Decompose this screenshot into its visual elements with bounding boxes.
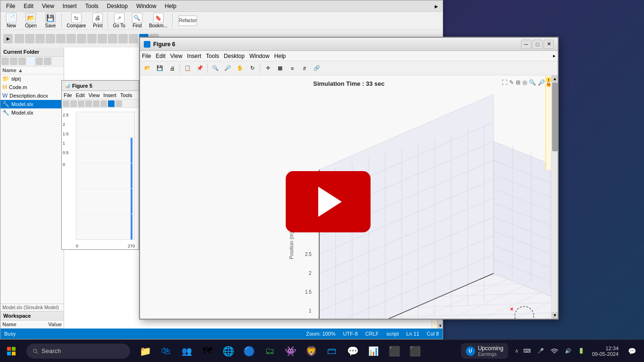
f5-tb5[interactable] bbox=[93, 100, 99, 107]
menu-file[interactable]: File bbox=[2, 2, 19, 10]
f5-menu-insert[interactable]: Insert bbox=[103, 92, 116, 98]
new-button[interactable]: 📄 New bbox=[3, 12, 19, 29]
plot-icon1[interactable]: ⛶ bbox=[502, 79, 507, 86]
taskbar-search-bar[interactable]: Search bbox=[26, 344, 130, 359]
file-item-slprj[interactable]: 📁 slprj bbox=[0, 74, 64, 83]
scroll-down-btn[interactable]: ▼ bbox=[438, 323, 443, 329]
expand-icon[interactable]: ▸ bbox=[432, 1, 441, 11]
run7-btn[interactable] bbox=[66, 34, 76, 43]
taskbar-explorer2[interactable]: 🗃 bbox=[322, 342, 341, 361]
file-item-model-slx[interactable]: 🔧 Model.slx bbox=[0, 100, 64, 108]
taskbar-red-app[interactable]: ⬛ bbox=[405, 342, 424, 361]
f6-tb-colorbar[interactable]: ▦ bbox=[274, 63, 286, 74]
menu-tools[interactable]: Tools bbox=[82, 2, 102, 10]
folder-view-btn[interactable] bbox=[35, 58, 43, 65]
start-button[interactable] bbox=[0, 340, 23, 362]
tray-keyboard[interactable]: ⌨ bbox=[521, 347, 533, 355]
f5-menu-file[interactable]: File bbox=[64, 92, 72, 98]
f6-tb-zoomin[interactable]: 🔍 bbox=[210, 63, 221, 74]
f5-menu-view[interactable]: View bbox=[89, 92, 100, 98]
f6-expand-btn[interactable]: ▸ bbox=[553, 53, 556, 59]
tray-wifi[interactable] bbox=[549, 346, 560, 356]
menu-help[interactable]: Help bbox=[161, 2, 181, 10]
run3-btn[interactable] bbox=[25, 34, 34, 43]
taskbar-edge[interactable]: 🌐 bbox=[219, 342, 238, 361]
goto-button[interactable]: ↗ Go To bbox=[111, 12, 127, 29]
find-button[interactable]: 🔍 Find bbox=[130, 12, 144, 29]
f5-tb2[interactable] bbox=[70, 100, 77, 107]
taskbar-store[interactable]: 🛍 bbox=[157, 342, 175, 361]
notification-center-btn[interactable]: 💬 bbox=[624, 342, 639, 361]
youtube-play-button[interactable] bbox=[286, 171, 371, 232]
taskbar-whatsapp[interactable]: 💬 bbox=[343, 342, 362, 361]
taskbar-reddit[interactable]: 👾 bbox=[281, 342, 300, 361]
f6-tb-print[interactable]: 🖨 bbox=[166, 63, 178, 74]
f6-tb-pan[interactable]: ✋ bbox=[234, 63, 246, 74]
figure6-maximize-btn[interactable]: □ bbox=[532, 40, 543, 49]
f5-tb8[interactable] bbox=[116, 100, 122, 107]
f6-tb-save[interactable]: 💾 bbox=[154, 63, 165, 74]
plot-icon5[interactable]: 🔍 bbox=[529, 79, 536, 86]
menu-view[interactable]: View bbox=[38, 2, 58, 10]
menu-desktop[interactable]: Desktop bbox=[103, 2, 132, 10]
taskbar-file-explorer[interactable]: 📁 bbox=[136, 342, 155, 361]
f5-tb7[interactable] bbox=[108, 100, 115, 107]
show-hidden-icons[interactable]: ∧ bbox=[515, 348, 519, 354]
f6-scroll-up[interactable]: ▲ bbox=[552, 75, 558, 82]
f6-menu-help[interactable]: Help bbox=[274, 53, 286, 59]
f6-menu-file[interactable]: File bbox=[142, 53, 151, 59]
f6-tb-grid[interactable]: # bbox=[299, 63, 310, 74]
f6-tb-rotate[interactable]: ↻ bbox=[247, 63, 258, 74]
run2-btn[interactable] bbox=[15, 34, 24, 43]
f6-menu-view[interactable]: View bbox=[170, 53, 182, 59]
taskbar-teams[interactable]: 👥 bbox=[177, 342, 196, 361]
taskbar-green-app[interactable]: ⬛ bbox=[385, 342, 404, 361]
bookmarks-button[interactable]: 🔖 Bookm... bbox=[147, 12, 169, 29]
run9-btn[interactable] bbox=[87, 34, 97, 43]
f6-tb-link[interactable]: 🔗 bbox=[311, 63, 322, 74]
compare-button[interactable]: ⇆ Compare bbox=[65, 12, 88, 29]
file-item-description[interactable]: W Description.docx bbox=[0, 91, 64, 100]
file-item-model-slx2[interactable]: 🔧 Model.slx bbox=[0, 108, 64, 117]
f6-tb-datacursor[interactable]: ✛ bbox=[262, 63, 273, 74]
f6-scroll-down[interactable]: ▼ bbox=[552, 312, 558, 319]
taskbar-maps[interactable]: 🗺 bbox=[198, 342, 217, 361]
folder-actions-btn[interactable] bbox=[44, 58, 51, 65]
f6-menu-tools[interactable]: Tools bbox=[206, 53, 219, 59]
plot-icon6[interactable]: 🔎 bbox=[538, 79, 545, 86]
run13-btn[interactable] bbox=[129, 34, 138, 43]
plot-icon3[interactable]: ⊞ bbox=[516, 79, 520, 86]
plot-icon4[interactable]: ◎ bbox=[522, 79, 527, 86]
f6-menu-desktop[interactable]: Desktop bbox=[224, 53, 245, 59]
f6-scroll-thumb[interactable] bbox=[552, 82, 558, 151]
open-button[interactable]: 📂 Open bbox=[22, 12, 39, 29]
f5-tb1[interactable] bbox=[63, 100, 69, 107]
f6-tb-copy[interactable]: 📋 bbox=[182, 63, 193, 74]
f6-menu-window[interactable]: Window bbox=[249, 53, 270, 59]
tray-mic[interactable]: 🎤 bbox=[536, 347, 546, 355]
menu-insert[interactable]: Insert bbox=[59, 2, 81, 10]
run11-btn[interactable] bbox=[108, 34, 117, 43]
run-btn[interactable]: ▶ bbox=[3, 34, 13, 43]
save-button[interactable]: 💾 Save bbox=[42, 12, 58, 29]
plot-icon7[interactable]: ⌂ bbox=[547, 79, 550, 86]
menu-window[interactable]: Window bbox=[132, 2, 160, 10]
f6-tb-zoomout[interactable]: 🔎 bbox=[222, 63, 233, 74]
refactor-button[interactable]: Refactor bbox=[175, 15, 200, 27]
print-button[interactable]: 🖨 Print bbox=[91, 12, 105, 29]
run12-btn[interactable] bbox=[118, 34, 128, 43]
taskbar-brave[interactable]: 🦁 bbox=[302, 342, 321, 361]
taskbar-excel[interactable]: 📊 bbox=[364, 342, 383, 361]
f5-tb6[interactable] bbox=[100, 100, 107, 107]
run6-btn[interactable] bbox=[56, 34, 66, 43]
folder-browse-btn[interactable] bbox=[27, 58, 34, 65]
f6-tb-legend[interactable]: ≡ bbox=[287, 63, 298, 74]
figure6-close-btn[interactable]: ✕ bbox=[544, 40, 554, 49]
run8-btn[interactable] bbox=[77, 34, 86, 43]
f6-menu-edit[interactable]: Edit bbox=[156, 53, 165, 59]
f6-tb-paste[interactable]: 📌 bbox=[194, 63, 206, 74]
upcoming-widget[interactable]: U Upcoming Earnings bbox=[461, 343, 508, 359]
f6-tb-open[interactable]: 📂 bbox=[142, 63, 153, 74]
folder-up-btn[interactable] bbox=[18, 58, 26, 65]
figure6-minimize-btn[interactable]: ─ bbox=[521, 40, 531, 49]
